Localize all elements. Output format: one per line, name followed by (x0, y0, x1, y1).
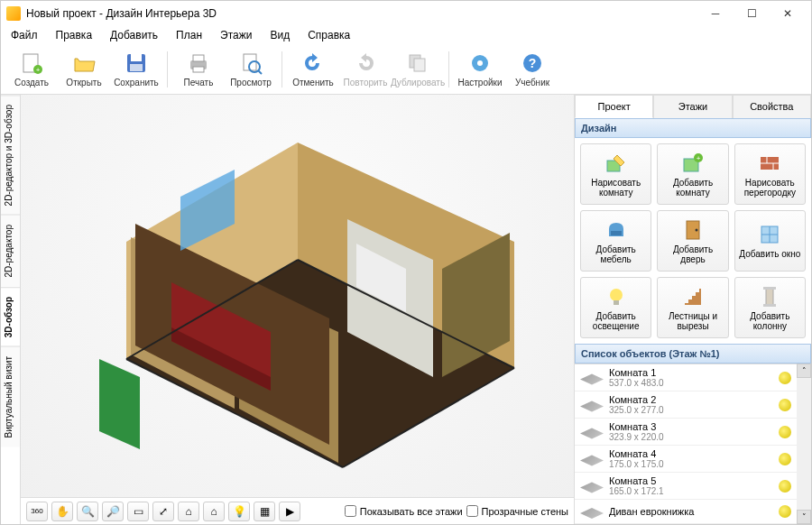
render-button[interactable]: ▶ (279, 502, 300, 521)
svg-rect-7 (193, 55, 204, 61)
tab-project[interactable]: Проект (575, 95, 653, 118)
menu-edit[interactable]: Правка (51, 28, 98, 42)
svg-text:?: ? (529, 56, 537, 70)
draw-room-button[interactable]: Нарисовать комнату (580, 143, 651, 205)
add-column-button[interactable]: Добавить колонну (734, 277, 806, 338)
magnifier-page-icon (238, 51, 263, 76)
preview-button[interactable]: Просмотр (226, 46, 276, 93)
add-room-icon: + (680, 151, 706, 176)
folder-open-icon (71, 51, 97, 76)
svg-rect-53 (763, 304, 776, 307)
draw-wall-button[interactable]: Нарисовать перегородку (734, 143, 806, 205)
visibility-icon[interactable] (779, 505, 791, 518)
tab-properties[interactable]: Свойства (733, 95, 811, 118)
add-room-button[interactable]: +Добавить комнату (657, 143, 728, 205)
svg-line-11 (258, 70, 262, 74)
left-tabs: 2D-редактор и 3D-обзор 2D-редактор 3D-об… (1, 95, 21, 524)
lightbulb-icon (604, 284, 629, 309)
maximize-button[interactable]: ☐ (734, 3, 770, 24)
help-button[interactable]: ?Учебник (507, 46, 558, 93)
svg-rect-50 (614, 300, 619, 305)
door-icon (680, 217, 706, 243)
save-button[interactable]: Сохранить (111, 46, 161, 93)
tab-3d[interactable]: 3D-обзор (1, 287, 20, 346)
right-panel: Проект Этажи Свойства Дизайн Нарисовать … (575, 95, 811, 524)
visibility-icon[interactable] (779, 480, 791, 493)
toolbar-separator (167, 51, 168, 88)
zoom-window-button[interactable]: ⤢ (152, 502, 174, 521)
add-stairs-button[interactable]: Лестницы и вырезы (657, 277, 728, 338)
pan-button[interactable]: ✋ (51, 502, 73, 521)
select-button[interactable]: ▭ (127, 502, 149, 521)
room-icon (580, 396, 604, 414)
render-3d-view[interactable] (21, 95, 574, 497)
scroll-up-button[interactable]: ˄ (797, 364, 811, 378)
visibility-icon[interactable] (779, 426, 791, 438)
svg-point-45 (695, 228, 697, 231)
tab-2d[interactable]: 2D-редактор (1, 215, 20, 287)
help-icon: ? (520, 51, 545, 76)
app-icon (6, 6, 21, 21)
menu-plan[interactable]: План (171, 28, 208, 42)
show-all-floors-checkbox[interactable]: Показывать все этажи (345, 505, 463, 517)
list-item[interactable]: Диван еврокнижка (575, 500, 797, 524)
menu-add[interactable]: Добавить (105, 28, 163, 42)
grid-button[interactable]: ▦ (254, 502, 275, 521)
add-window-button[interactable]: Добавить окно (734, 210, 806, 272)
fit-button[interactable]: ⌂ (178, 502, 199, 521)
new-file-icon: + (19, 51, 44, 76)
svg-rect-4 (131, 54, 142, 61)
list-item[interactable]: Комната 3323.9 x 220.0 (575, 419, 797, 446)
svg-rect-13 (414, 59, 425, 71)
tab-floors[interactable]: Этажи (653, 95, 732, 118)
scrollbar[interactable]: ˄ ˅ (797, 364, 811, 524)
list-item[interactable]: Комната 2325.0 x 277.0 (575, 391, 797, 419)
tab-2d-3d[interactable]: 2D-редактор и 3D-обзор (1, 95, 20, 215)
list-item[interactable]: Комната 4175.0 x 175.0 (575, 446, 797, 473)
visibility-icon[interactable] (779, 399, 791, 411)
menu-file[interactable]: Файл (5, 28, 43, 42)
light-button[interactable]: 💡 (228, 502, 250, 521)
add-door-button[interactable]: Добавить дверь (657, 210, 728, 272)
stairs-icon (680, 284, 706, 309)
zoom-in-button[interactable]: 🔍 (77, 502, 98, 521)
main-area: 2D-редактор и 3D-обзор 2D-редактор 3D-об… (1, 95, 811, 524)
floorplan-3d-icon (45, 106, 550, 485)
add-light-button[interactable]: Добавить освещение (580, 277, 651, 338)
scroll-down-button[interactable]: ˅ (797, 510, 811, 524)
home-button[interactable]: ⌂ (203, 502, 225, 521)
settings-button[interactable]: Настройки (455, 46, 505, 93)
add-furniture-button[interactable]: Добавить мебель (580, 210, 651, 272)
open-button[interactable]: Открыть (59, 46, 109, 93)
menu-help[interactable]: Справка (302, 28, 355, 42)
furniture-icon (580, 502, 604, 520)
menu-floors[interactable]: Этажи (215, 28, 257, 42)
undo-button[interactable]: Отменить (288, 46, 338, 93)
room-icon (580, 477, 604, 495)
duplicate-button[interactable]: Дублировать (392, 46, 443, 93)
orbit-360-button[interactable]: 360 (26, 502, 48, 521)
list-item[interactable]: Комната 5165.0 x 172.1 (575, 473, 797, 500)
menu-view[interactable]: Вид (264, 28, 295, 42)
list-item[interactable]: Комната 1537.0 x 483.0 (575, 364, 797, 391)
create-button[interactable]: +Создать (6, 46, 57, 93)
gear-icon (467, 51, 493, 76)
window-title: Новый проект - Дизайн Интерьера 3D (26, 7, 697, 20)
close-button[interactable]: ✕ (770, 3, 806, 24)
tab-virtual[interactable]: Виртуальный визит (1, 346, 20, 447)
transparent-walls-checkbox[interactable]: Прозрачные стены (466, 505, 568, 517)
column-icon (757, 284, 782, 309)
minimize-button[interactable]: ─ (697, 3, 734, 24)
svg-point-15 (477, 60, 483, 66)
svg-rect-52 (763, 287, 776, 290)
print-button[interactable]: Печать (173, 46, 224, 93)
object-list[interactable]: Комната 1537.0 x 483.0 Комната 2325.0 x … (575, 364, 797, 524)
visibility-icon[interactable] (779, 372, 791, 384)
redo-icon (353, 51, 378, 76)
redo-button[interactable]: Повторить (340, 46, 391, 93)
zoom-out-button[interactable]: 🔎 (102, 502, 124, 521)
brick-wall-icon (757, 151, 782, 176)
visibility-icon[interactable] (779, 453, 791, 465)
svg-text:+: + (697, 154, 701, 162)
svg-marker-29 (99, 359, 140, 449)
